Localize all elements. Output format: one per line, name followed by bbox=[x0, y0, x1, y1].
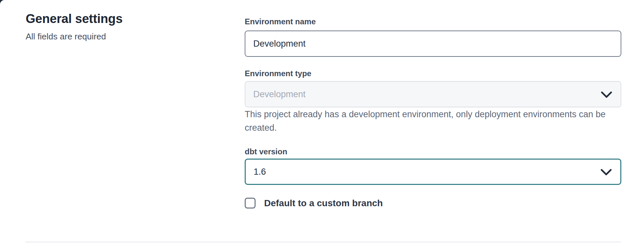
environment-type-label: Environment type bbox=[245, 69, 311, 78]
dbt-version-label: dbt version bbox=[245, 147, 287, 156]
custom-branch-checkbox[interactable] bbox=[245, 198, 256, 209]
chevron-down-icon bbox=[601, 91, 612, 98]
section-divider bbox=[25, 242, 621, 242]
custom-branch-label[interactable]: Default to a custom branch bbox=[264, 198, 383, 209]
dbt-version-select[interactable]: 1.6 bbox=[245, 159, 621, 185]
environment-type-help-text: This project already has a development e… bbox=[245, 108, 623, 135]
settings-panel: General settings All fields are required… bbox=[0, 0, 644, 243]
environment-type-select: Development bbox=[245, 81, 621, 107]
page-subtitle: All fields are required bbox=[26, 32, 106, 42]
page-title: General settings bbox=[26, 12, 123, 26]
environment-name-label: Environment name bbox=[245, 17, 316, 26]
dbt-version-value: 1.6 bbox=[254, 167, 266, 177]
environment-name-input[interactable] bbox=[245, 31, 621, 57]
chevron-down-icon bbox=[601, 169, 612, 176]
environment-type-value: Development bbox=[253, 89, 306, 99]
custom-branch-row: Default to a custom branch bbox=[245, 198, 383, 209]
